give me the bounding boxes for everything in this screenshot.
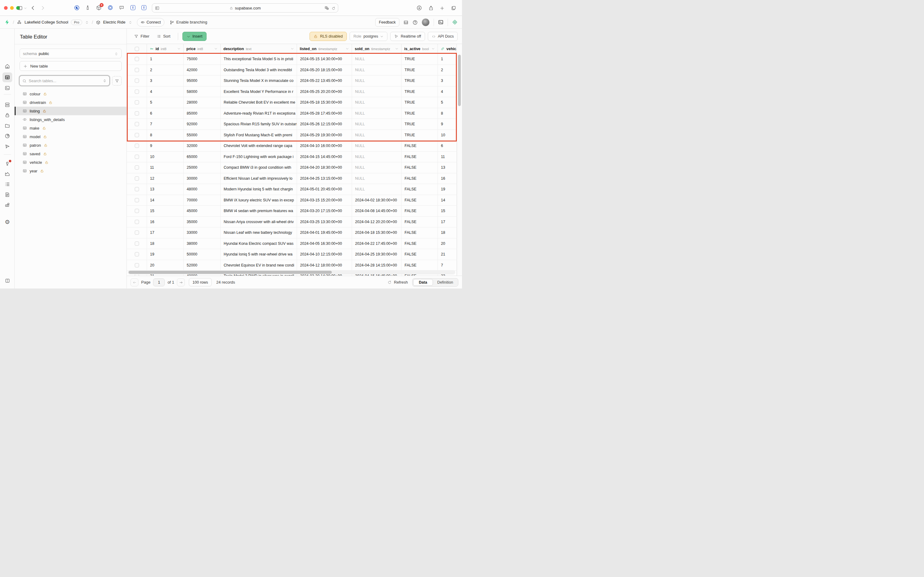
cell-vehic[interactable]: 4 bbox=[438, 87, 457, 97]
close-window-button[interactable] bbox=[4, 6, 8, 10]
table-list-item-listing[interactable]: listing bbox=[14, 106, 127, 115]
vertical-scrollbar-thumb[interactable] bbox=[458, 55, 461, 106]
cell-price[interactable]: 33000 bbox=[184, 227, 221, 238]
table-list-item-year[interactable]: year bbox=[14, 166, 127, 175]
cell-listed_on[interactable]: 2024-04-20 18:30:00+00 bbox=[297, 162, 352, 173]
ring-extension-icon[interactable] bbox=[107, 4, 114, 11]
nav-item-table-editor[interactable] bbox=[2, 73, 12, 82]
row-checkbox[interactable] bbox=[127, 206, 147, 216]
rows-per-page-button[interactable]: 100 rows bbox=[189, 278, 212, 286]
cell-vehic[interactable]: 11 bbox=[438, 152, 457, 162]
table-list-item-vehicle[interactable]: vehicle bbox=[14, 158, 127, 166]
cell-description[interactable]: Stylish Ford Mustang Mach-E with premi bbox=[221, 130, 297, 140]
cell-vehic[interactable]: 13 bbox=[438, 162, 457, 173]
nav-item-home[interactable] bbox=[2, 61, 12, 71]
row-checkbox[interactable] bbox=[127, 152, 147, 162]
help-icon[interactable] bbox=[412, 19, 418, 25]
cell-id[interactable]: 19 bbox=[147, 249, 184, 260]
cell-sold_on[interactable]: NULL bbox=[352, 162, 401, 173]
row-checkbox[interactable] bbox=[127, 76, 147, 86]
cell-is_active[interactable]: FALSE bbox=[401, 140, 438, 151]
cell-description[interactable]: Hyundai Kona Electric compact SUV was bbox=[221, 239, 297, 249]
cell-vehic[interactable]: 21 bbox=[438, 249, 457, 260]
cell-vehic[interactable]: 7 bbox=[438, 260, 457, 271]
column-header-sold_on[interactable]: sold_ontimestamptz bbox=[352, 44, 401, 53]
cell-description[interactable]: Excellent Tesla Model Y Performance in r bbox=[221, 87, 297, 97]
feedback-button[interactable]: Feedback bbox=[375, 18, 399, 27]
cell-listed_on[interactable]: 2024-03-20 17:15:00+00 bbox=[297, 206, 352, 216]
cell-vehic[interactable]: 18 bbox=[438, 227, 457, 238]
cell-price[interactable]: 30000 bbox=[184, 173, 221, 184]
cell-is_active[interactable]: TRUE bbox=[401, 65, 438, 76]
cell-price[interactable]: 32000 bbox=[184, 140, 221, 151]
row-checkbox[interactable] bbox=[127, 249, 147, 260]
cell-listed_on[interactable]: 2024-05-15 14:30:00+00 bbox=[297, 54, 352, 64]
cell-description[interactable]: Stunning Tesla Model X in immaculate co bbox=[221, 76, 297, 86]
row-checkbox[interactable] bbox=[127, 87, 147, 97]
page-layout-icon[interactable] bbox=[155, 5, 159, 10]
table-filter-button[interactable] bbox=[112, 76, 122, 85]
cell-sold_on[interactable]: NULL bbox=[352, 76, 401, 86]
search-tables-box[interactable] bbox=[19, 76, 109, 85]
cell-sold_on[interactable]: NULL bbox=[352, 184, 401, 195]
cell-is_active[interactable]: FALSE bbox=[401, 217, 438, 227]
column-header-price[interactable]: priceint8 bbox=[184, 44, 221, 53]
refresh-button[interactable]: Refresh bbox=[388, 280, 408, 285]
cell-vehic[interactable]: 16 bbox=[438, 173, 457, 184]
column-header-id[interactable]: idint8 bbox=[147, 44, 184, 53]
terminal-icon[interactable] bbox=[438, 19, 444, 25]
column-header-listed_on[interactable]: listed_ontimestamptz bbox=[297, 44, 352, 53]
cell-price[interactable]: 42000 bbox=[184, 65, 221, 76]
project-switcher-icon[interactable] bbox=[128, 19, 132, 25]
cell-id[interactable]: 12 bbox=[147, 173, 184, 184]
downloads-icon[interactable] bbox=[415, 4, 423, 11]
cell-is_active[interactable]: FALSE bbox=[401, 173, 438, 184]
project-name[interactable]: Electric Ride bbox=[103, 20, 126, 24]
cell-id[interactable]: 15 bbox=[147, 206, 184, 216]
cell-sold_on[interactable]: NULL bbox=[352, 97, 401, 108]
cell-listed_on[interactable]: 2024-05-29 19:30:00+00 bbox=[297, 130, 352, 140]
cell-sold_on[interactable]: 2024-04-18 15:30:00+00 bbox=[352, 227, 401, 238]
cell-sold_on[interactable]: NULL bbox=[352, 130, 401, 140]
cell-vehic[interactable]: 9 bbox=[438, 119, 457, 130]
row-checkbox[interactable] bbox=[127, 65, 147, 76]
new-tab-icon[interactable] bbox=[438, 4, 446, 11]
cell-listed_on[interactable]: 2024-04-25 13:15:00+00 bbox=[297, 173, 352, 184]
cell-id[interactable]: 8 bbox=[147, 130, 184, 140]
cell-description[interactable]: This exceptional Tesla Model S is in pri… bbox=[221, 54, 297, 64]
instapaper-extension-icon[interactable]: I bbox=[130, 4, 136, 11]
cell-sold_on[interactable]: 2024-04-25 19:30:00+00 bbox=[352, 249, 401, 260]
cell-listed_on[interactable]: 2024-04-10 16:00:00+00 bbox=[297, 140, 352, 151]
cell-price[interactable]: 48000 bbox=[184, 184, 221, 195]
nav-item-storage[interactable] bbox=[2, 121, 12, 131]
cell-sold_on[interactable]: NULL bbox=[352, 119, 401, 130]
sort-button[interactable]: Sort bbox=[154, 32, 174, 41]
cell-id[interactable]: 9 bbox=[147, 140, 184, 151]
horizontal-scrollbar[interactable] bbox=[128, 270, 455, 274]
cell-listed_on[interactable]: 2024-05-22 13:45:00+00 bbox=[297, 76, 352, 86]
role-button[interactable]: Role postgres bbox=[349, 32, 388, 41]
forward-button[interactable] bbox=[39, 4, 47, 11]
search-input[interactable] bbox=[29, 79, 101, 83]
cell-description[interactable]: Adventure-ready Rivian R1T in exceptiona bbox=[221, 108, 297, 119]
row-checkbox[interactable] bbox=[127, 97, 147, 108]
row-checkbox[interactable] bbox=[127, 130, 147, 140]
row-checkbox[interactable] bbox=[127, 195, 147, 206]
page-input[interactable]: 1 bbox=[153, 279, 165, 286]
cell-sold_on[interactable]: 2024-04-22 17:45:00+00 bbox=[352, 239, 401, 249]
cell-is_active[interactable]: FALSE bbox=[401, 195, 438, 206]
cell-price[interactable]: 70000 bbox=[184, 195, 221, 206]
sidebar-toggle-icon[interactable] bbox=[16, 4, 24, 11]
horizontal-scrollbar-thumb[interactable] bbox=[129, 271, 332, 274]
cell-description[interactable]: BMW iX luxury electric SUV was in excep bbox=[221, 195, 297, 206]
cell-price[interactable]: 38000 bbox=[184, 239, 221, 249]
cell-price[interactable]: 25000 bbox=[184, 162, 221, 173]
row-checkbox[interactable] bbox=[127, 227, 147, 238]
select-all-checkbox[interactable] bbox=[127, 44, 147, 53]
speech-extension-icon[interactable] bbox=[118, 4, 125, 11]
cell-id[interactable]: 2 bbox=[147, 65, 184, 76]
table-list-item-patron[interactable]: patron bbox=[14, 141, 127, 150]
cell-is_active[interactable]: TRUE bbox=[401, 87, 438, 97]
cell-description[interactable]: Spacious Rivian R1S family SUV in outsta… bbox=[221, 119, 297, 130]
nav-item-integrations[interactable] bbox=[2, 200, 12, 210]
